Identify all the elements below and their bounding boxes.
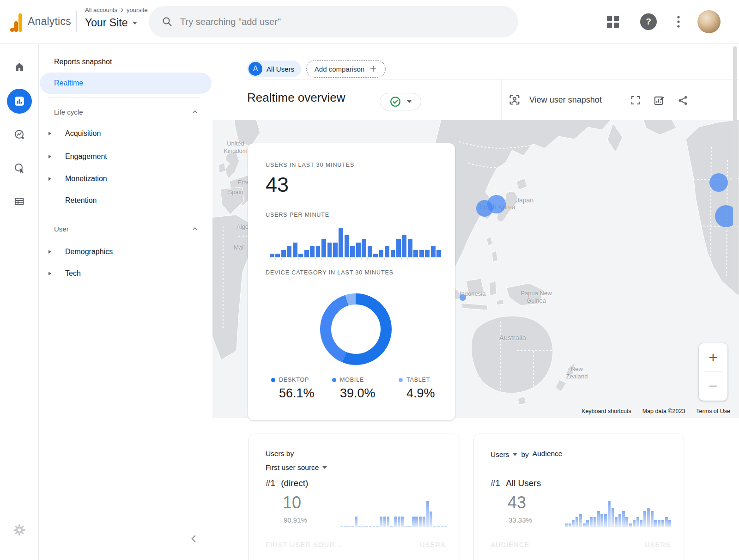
users-30min-value: 43	[266, 173, 289, 197]
bar	[376, 526, 379, 527]
scrollbar-thumb[interactable]	[733, 46, 737, 284]
card-metric-selector[interactable]: Users by Audience	[491, 450, 563, 459]
bar	[281, 250, 286, 257]
top-row: #1All Users	[491, 478, 541, 488]
sidebar-item-engagement[interactable]: Engagement	[39, 147, 211, 166]
bar	[275, 254, 280, 257]
fullscreen-icon[interactable]	[630, 95, 641, 106]
sidebar-item-reports-snapshot[interactable]: Reports snapshot	[39, 53, 211, 71]
add-comparison-button[interactable]: Add comparison	[306, 60, 386, 78]
sidebar-item-realtime[interactable]: Realtime	[40, 73, 212, 94]
share-icon[interactable]	[677, 95, 689, 106]
bar	[413, 250, 418, 257]
avatar[interactable]	[697, 10, 721, 33]
bar	[430, 511, 432, 527]
bar	[668, 520, 671, 527]
bar	[355, 517, 357, 527]
chevron-down-icon	[133, 22, 137, 24]
audience-sparkline	[565, 501, 671, 527]
zoom-in-button[interactable]: +	[699, 343, 727, 371]
bar	[625, 517, 628, 527]
bar	[437, 526, 440, 527]
card-dimension-selector[interactable]: Audience	[533, 450, 563, 459]
data-quality-badge[interactable]	[380, 93, 421, 110]
bar	[373, 526, 376, 527]
grid-icon[interactable]	[606, 15, 619, 28]
gear-icon[interactable]	[12, 523, 26, 537]
donut-hole	[331, 304, 381, 354]
bar	[351, 526, 354, 527]
bar	[647, 508, 650, 527]
help-icon[interactable]: ?	[640, 13, 657, 30]
sidebar-item-demographics[interactable]: Demographics	[39, 243, 211, 261]
bar	[665, 517, 668, 527]
terms-of-use-link[interactable]: Terms of Use	[694, 407, 733, 415]
nav-section-life-cycle[interactable]: Life cycle	[39, 103, 211, 121]
collapse-drawer-icon[interactable]	[188, 532, 200, 545]
card-dimension-selector[interactable]: First user source	[266, 463, 327, 472]
nav-section-user[interactable]: User	[39, 219, 211, 238]
page-title: Realtime overview	[247, 91, 345, 105]
chevron-down-icon	[322, 466, 327, 469]
app-header: Analytics All accounts yoursite Your Sit…	[0, 0, 739, 44]
top-row-percent: 90.91%	[284, 516, 307, 524]
bar	[408, 239, 412, 257]
reports-icon[interactable]	[7, 89, 32, 114]
bar	[394, 517, 397, 527]
tablet-legend-dot-icon	[399, 378, 403, 382]
configure-icon[interactable]	[14, 196, 25, 207]
bar	[583, 523, 586, 527]
user-snapshot-icon	[508, 93, 521, 106]
map-country-label: Japan	[516, 196, 533, 204]
breadcrumb[interactable]: All accounts yoursite	[85, 6, 148, 13]
users-by-first-user-source-card: Users by First user source #1(direct) 10…	[249, 434, 459, 560]
bar	[391, 250, 395, 257]
bar	[347, 526, 350, 527]
ga-realtime-page: Analytics All accounts yoursite Your Sit…	[0, 0, 739, 560]
expand-arrow-icon	[48, 250, 51, 254]
brand-name: Analytics	[28, 15, 71, 28]
sidebar-item-tech[interactable]: Tech	[39, 264, 211, 283]
bar	[629, 523, 632, 527]
first-user-source-sparkline	[340, 501, 447, 527]
sidebar-item-monetization[interactable]: Monetization	[39, 170, 211, 188]
all-users-comparison-chip[interactable]: A All Users	[247, 61, 301, 77]
bar	[321, 239, 326, 257]
explore-icon[interactable]	[14, 129, 25, 140]
bar	[385, 246, 389, 257]
bar	[298, 254, 303, 257]
mobile-legend-dot-icon	[332, 378, 336, 382]
advertising-icon[interactable]	[14, 163, 25, 174]
bar	[401, 517, 404, 527]
chevron-down-icon	[513, 453, 517, 456]
property-selector[interactable]: Your Site	[85, 17, 137, 29]
report-nav-drawer: Reports snapshot Realtime Life cycle Acq…	[39, 44, 212, 560]
zoom-out-button[interactable]: −	[699, 372, 727, 400]
device-category-donut-chart	[320, 293, 392, 365]
card-metric-selector[interactable]: Users by	[266, 450, 294, 459]
sidebar-item-acquisition[interactable]: Acquisition	[39, 124, 211, 143]
active-users-map-dot	[487, 195, 506, 213]
sidebar-item-retention[interactable]: Retention	[39, 191, 211, 210]
bar	[569, 523, 571, 527]
breadcrumb-current[interactable]: yoursite	[127, 6, 148, 13]
bar	[431, 246, 436, 257]
analytics-logo-icon[interactable]	[10, 12, 22, 32]
keyboard-shortcuts-link[interactable]: Keyboard shortcuts	[579, 407, 634, 415]
bar	[586, 520, 589, 527]
view-user-snapshot-button[interactable]: View user snapshot	[508, 93, 602, 106]
map-country-label: New Zealand	[564, 365, 589, 380]
bar	[345, 235, 349, 257]
bar	[604, 514, 607, 527]
kebab-menu-icon[interactable]	[672, 14, 685, 29]
bar	[600, 514, 603, 527]
breadcrumb-root[interactable]: All accounts	[85, 6, 117, 13]
search-input[interactable]	[180, 17, 476, 27]
edit-chart-icon[interactable]	[653, 95, 665, 107]
bar	[408, 526, 411, 527]
bar	[618, 514, 621, 527]
home-icon[interactable]	[14, 61, 25, 73]
bar	[579, 514, 582, 527]
bar	[339, 228, 343, 257]
chevron-right-icon	[119, 7, 125, 13]
